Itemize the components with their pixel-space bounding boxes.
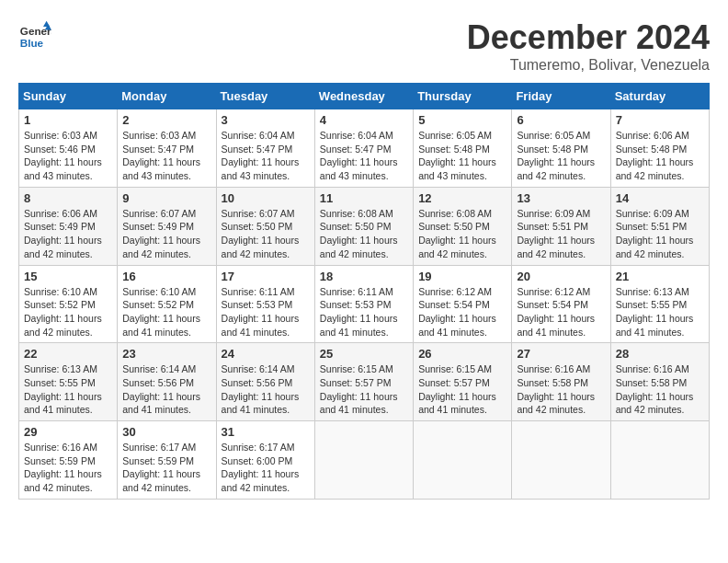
day-number: 3 (222, 113, 310, 127)
day-info: Sunrise: 6:11 AM Sunset: 5:53 PM Dayligh… (320, 285, 408, 339)
col-friday: Friday (512, 84, 610, 109)
calendar-body: 1Sunrise: 6:03 AM Sunset: 5:46 PM Daylig… (19, 109, 710, 500)
table-row: 16Sunrise: 6:10 AM Sunset: 5:52 PM Dayli… (118, 265, 216, 343)
table-row: 24Sunrise: 6:14 AM Sunset: 5:56 PM Dayli… (216, 343, 314, 421)
table-row (414, 421, 512, 500)
day-info: Sunrise: 6:17 AM Sunset: 6:00 PM Dayligh… (222, 441, 310, 495)
calendar-header: Sunday Monday Tuesday Wednesday Thursday… (19, 84, 710, 109)
calendar-week-row: 1Sunrise: 6:03 AM Sunset: 5:46 PM Daylig… (19, 109, 710, 188)
day-info: Sunrise: 6:06 AM Sunset: 5:49 PM Dayligh… (24, 207, 112, 261)
day-number: 18 (320, 270, 408, 283)
table-row: 30Sunrise: 6:17 AM Sunset: 5:59 PM Dayli… (118, 421, 216, 500)
day-number: 2 (122, 113, 210, 127)
table-row: 21Sunrise: 6:13 AM Sunset: 5:55 PM Dayli… (610, 265, 709, 343)
day-number: 20 (517, 270, 605, 283)
table-row: 12Sunrise: 6:08 AM Sunset: 5:50 PM Dayli… (414, 187, 512, 265)
day-info: Sunrise: 6:04 AM Sunset: 5:47 PM Dayligh… (222, 129, 310, 183)
days-of-week-row: Sunday Monday Tuesday Wednesday Thursday… (19, 84, 710, 109)
logo-icon: General Blue (18, 18, 51, 52)
day-info: Sunrise: 6:13 AM Sunset: 5:55 PM Dayligh… (24, 362, 112, 417)
day-number: 25 (320, 347, 408, 361)
table-row: 1Sunrise: 6:03 AM Sunset: 5:46 PM Daylig… (19, 109, 118, 188)
table-row: 20Sunrise: 6:12 AM Sunset: 5:54 PM Dayli… (512, 265, 610, 343)
day-number: 23 (122, 347, 210, 361)
day-info: Sunrise: 6:04 AM Sunset: 5:47 PM Dayligh… (320, 129, 408, 183)
day-info: Sunrise: 6:05 AM Sunset: 5:48 PM Dayligh… (517, 129, 605, 183)
table-row: 25Sunrise: 6:15 AM Sunset: 5:57 PM Dayli… (314, 343, 413, 421)
day-info: Sunrise: 6:07 AM Sunset: 5:50 PM Dayligh… (222, 207, 310, 261)
day-number: 10 (222, 191, 310, 205)
col-saturday: Saturday (610, 84, 709, 109)
day-number: 9 (122, 191, 210, 205)
table-row: 13Sunrise: 6:09 AM Sunset: 5:51 PM Dayli… (512, 187, 610, 265)
calendar-week-row: 22Sunrise: 6:13 AM Sunset: 5:55 PM Dayli… (19, 343, 710, 421)
day-number: 28 (616, 347, 704, 361)
table-row: 22Sunrise: 6:13 AM Sunset: 5:55 PM Dayli… (19, 343, 118, 421)
day-number: 24 (222, 347, 310, 361)
day-info: Sunrise: 6:10 AM Sunset: 5:52 PM Dayligh… (122, 285, 210, 339)
page-header: General Blue December 2024 Tumeremo, Bol… (18, 18, 710, 74)
day-number: 19 (418, 270, 506, 283)
day-info: Sunrise: 6:06 AM Sunset: 5:48 PM Dayligh… (616, 129, 704, 183)
day-info: Sunrise: 6:07 AM Sunset: 5:49 PM Dayligh… (122, 207, 210, 261)
day-info: Sunrise: 6:03 AM Sunset: 5:47 PM Dayligh… (122, 129, 210, 183)
table-row: 29Sunrise: 6:16 AM Sunset: 5:59 PM Dayli… (19, 421, 118, 500)
month-title: December 2024 (467, 18, 710, 57)
col-tuesday: Tuesday (216, 84, 314, 109)
table-row: 19Sunrise: 6:12 AM Sunset: 5:54 PM Dayli… (414, 265, 512, 343)
table-row: 9Sunrise: 6:07 AM Sunset: 5:49 PM Daylig… (118, 187, 216, 265)
table-row: 23Sunrise: 6:14 AM Sunset: 5:56 PM Dayli… (118, 343, 216, 421)
table-row: 7Sunrise: 6:06 AM Sunset: 5:48 PM Daylig… (610, 109, 709, 188)
calendar-week-row: 15Sunrise: 6:10 AM Sunset: 5:52 PM Dayli… (19, 265, 710, 343)
day-info: Sunrise: 6:03 AM Sunset: 5:46 PM Dayligh… (24, 129, 112, 183)
day-info: Sunrise: 6:08 AM Sunset: 5:50 PM Dayligh… (320, 207, 408, 261)
table-row: 6Sunrise: 6:05 AM Sunset: 5:48 PM Daylig… (512, 109, 610, 188)
day-number: 14 (616, 191, 704, 205)
table-row (610, 421, 709, 500)
table-row: 4Sunrise: 6:04 AM Sunset: 5:47 PM Daylig… (314, 109, 413, 188)
day-info: Sunrise: 6:15 AM Sunset: 5:57 PM Dayligh… (320, 362, 408, 417)
logo: General Blue (18, 18, 51, 52)
table-row (314, 421, 413, 500)
day-info: Sunrise: 6:16 AM Sunset: 5:58 PM Dayligh… (616, 362, 704, 417)
table-row: 5Sunrise: 6:05 AM Sunset: 5:48 PM Daylig… (414, 109, 512, 188)
day-number: 17 (222, 270, 310, 283)
day-info: Sunrise: 6:12 AM Sunset: 5:54 PM Dayligh… (418, 285, 506, 339)
day-number: 26 (418, 347, 506, 361)
col-thursday: Thursday (414, 84, 512, 109)
day-info: Sunrise: 6:05 AM Sunset: 5:48 PM Dayligh… (418, 129, 506, 183)
table-row (512, 421, 610, 500)
title-block: December 2024 Tumeremo, Bolivar, Venezue… (467, 18, 710, 74)
table-row: 15Sunrise: 6:10 AM Sunset: 5:52 PM Dayli… (19, 265, 118, 343)
table-row: 8Sunrise: 6:06 AM Sunset: 5:49 PM Daylig… (19, 187, 118, 265)
day-number: 30 (122, 425, 210, 439)
col-sunday: Sunday (19, 84, 118, 109)
day-info: Sunrise: 6:17 AM Sunset: 5:59 PM Dayligh… (122, 441, 210, 495)
table-row: 27Sunrise: 6:16 AM Sunset: 5:58 PM Dayli… (512, 343, 610, 421)
day-number: 21 (616, 270, 704, 283)
day-info: Sunrise: 6:15 AM Sunset: 5:57 PM Dayligh… (418, 362, 506, 417)
col-wednesday: Wednesday (314, 84, 413, 109)
day-number: 4 (320, 113, 408, 127)
day-number: 29 (24, 425, 112, 439)
table-row: 11Sunrise: 6:08 AM Sunset: 5:50 PM Dayli… (314, 187, 413, 265)
day-number: 13 (517, 191, 605, 205)
table-row: 17Sunrise: 6:11 AM Sunset: 5:53 PM Dayli… (216, 265, 314, 343)
day-number: 27 (517, 347, 605, 361)
col-monday: Monday (118, 84, 216, 109)
table-row: 31Sunrise: 6:17 AM Sunset: 6:00 PM Dayli… (216, 421, 314, 500)
table-row: 14Sunrise: 6:09 AM Sunset: 5:51 PM Dayli… (610, 187, 709, 265)
day-number: 22 (24, 347, 112, 361)
day-info: Sunrise: 6:09 AM Sunset: 5:51 PM Dayligh… (616, 207, 704, 261)
calendar-week-row: 8Sunrise: 6:06 AM Sunset: 5:49 PM Daylig… (19, 187, 710, 265)
calendar-week-row: 29Sunrise: 6:16 AM Sunset: 5:59 PM Dayli… (19, 421, 710, 500)
day-number: 7 (616, 113, 704, 127)
table-row: 26Sunrise: 6:15 AM Sunset: 5:57 PM Dayli… (414, 343, 512, 421)
day-number: 6 (517, 113, 605, 127)
day-number: 5 (418, 113, 506, 127)
table-row: 28Sunrise: 6:16 AM Sunset: 5:58 PM Dayli… (610, 343, 709, 421)
location-subtitle: Tumeremo, Bolivar, Venezuela (467, 57, 710, 74)
day-info: Sunrise: 6:13 AM Sunset: 5:55 PM Dayligh… (616, 285, 704, 339)
day-info: Sunrise: 6:14 AM Sunset: 5:56 PM Dayligh… (122, 362, 210, 417)
day-number: 1 (24, 113, 112, 127)
